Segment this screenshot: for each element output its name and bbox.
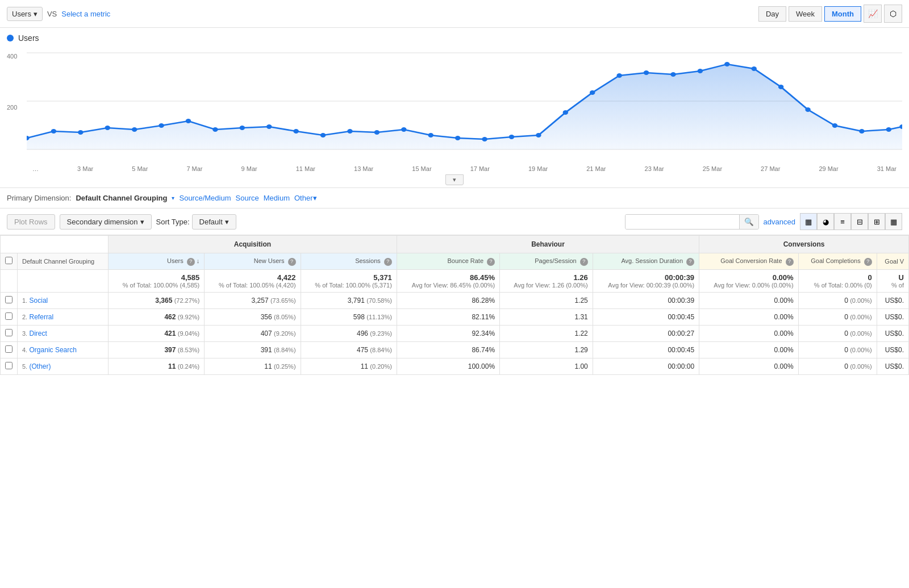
row5-goal-completions: 0 (0.00%) — [798, 358, 877, 375]
row5-bounce-rate: 100.00% — [397, 358, 499, 375]
row5-checkbox[interactable] — [1, 358, 18, 375]
other-link[interactable]: (Other) — [30, 362, 51, 370]
totals-label-cell — [18, 270, 109, 293]
row2-checkbox[interactable] — [1, 309, 18, 326]
organic-search-link[interactable]: Organic Search — [30, 346, 77, 354]
bar-view-button[interactable]: ≡ — [834, 213, 851, 230]
row3-checkbox[interactable] — [1, 326, 18, 342]
totals-checkbox-cell — [1, 270, 18, 293]
source-link[interactable]: Source — [236, 194, 259, 202]
svg-point-36 — [886, 127, 891, 132]
data-table-wrapper: Acquisition Behaviour Conversions Defaul… — [0, 235, 909, 375]
goal-conv-rate-help-icon[interactable]: ? — [786, 258, 794, 266]
totals-goal-completions-cell: 0 % of Total: 0.00% (0) — [798, 270, 877, 293]
acquisition-header: Acquisition — [109, 236, 397, 253]
pages-per-session-help-icon[interactable]: ? — [580, 258, 588, 266]
sessions-help-icon[interactable]: ? — [384, 258, 392, 266]
users-help-icon[interactable]: ? — [187, 258, 195, 266]
sort-arrow-icon: ▾ — [225, 218, 229, 226]
totals-users-cell: 4,585 % of Total: 100.00% (4,585) — [109, 270, 205, 293]
row1-checkbox[interactable] — [1, 293, 18, 309]
line-chart-button[interactable]: 📈 — [864, 5, 882, 23]
avg-session-duration-column-header: Avg. Session Duration ? — [593, 253, 699, 270]
comparison-view-button[interactable]: ⊟ — [851, 213, 868, 230]
row2-sessions: 598 (11.13%) — [301, 309, 397, 326]
totals-bounce-rate-cell: 86.45% Avg for View: 86.45% (0.00%) — [397, 270, 499, 293]
data-table: Acquisition Behaviour Conversions Defaul… — [0, 235, 909, 375]
avg-session-duration-help-icon[interactable]: ? — [686, 258, 694, 266]
y-label-400: 400 — [7, 53, 27, 60]
y-label-200: 200 — [7, 104, 27, 111]
users-legend-label: Users — [18, 34, 39, 43]
sort-type-group: Sort Type: Default ▾ — [156, 214, 236, 230]
top-left: Users ▾ VS Select a metric — [7, 7, 110, 21]
medium-link[interactable]: Medium — [264, 194, 290, 202]
svg-point-12 — [240, 126, 245, 130]
metric-label: Users — [12, 10, 31, 18]
month-button[interactable]: Month — [824, 6, 861, 22]
totals-new-users-cell: 4,422 % of Total: 100.05% (4,420) — [205, 270, 301, 293]
row3-goal-completions: 0 (0.00%) — [798, 326, 877, 342]
row3-new-users: 407 (9.20%) — [205, 326, 301, 342]
row1-goal-completions: 0 (0.00%) — [798, 293, 877, 309]
advanced-link[interactable]: advanced — [764, 218, 795, 226]
other-label: Other — [294, 194, 313, 202]
search-input[interactable] — [626, 215, 739, 229]
lifetime-view-button[interactable]: ▦ — [885, 213, 902, 230]
table-view-button[interactable]: ▦ — [800, 213, 817, 230]
row3-pages-per-session: 1.22 — [500, 326, 593, 342]
source-medium-link[interactable]: Source/Medium — [179, 194, 231, 202]
svg-point-5 — [51, 129, 56, 134]
pie-chart-button[interactable]: ⬡ — [884, 5, 902, 23]
svg-point-6 — [78, 130, 83, 135]
expand-button[interactable]: ▾ — [445, 174, 464, 185]
secondary-dim-arrow-icon: ▾ — [140, 218, 144, 226]
svg-point-8 — [132, 127, 137, 132]
pivot-view-button[interactable]: ⊞ — [868, 213, 885, 230]
svg-point-27 — [644, 70, 649, 75]
totals-goal-value-cell: U % of — [877, 270, 908, 293]
social-link[interactable]: Social — [30, 297, 48, 305]
referral-link[interactable]: Referral — [30, 313, 54, 321]
sort-type-dropdown[interactable]: Default ▾ — [192, 214, 236, 230]
conversions-header: Conversions — [699, 236, 909, 253]
week-button[interactable]: Week — [789, 6, 822, 22]
x-label-17mar: 17 Mar — [470, 165, 490, 172]
primary-dim-label: Primary Dimension: — [7, 194, 71, 202]
new-users-help-icon[interactable]: ? — [288, 258, 296, 266]
row3-goal-conv-rate: 0.00% — [699, 326, 798, 342]
metric-dropdown[interactable]: Users ▾ — [7, 7, 43, 21]
pie-view-button[interactable]: ◕ — [817, 213, 834, 230]
svg-point-31 — [751, 66, 756, 71]
chart-svg — [27, 47, 902, 155]
svg-point-29 — [698, 69, 703, 73]
select-all-checkbox[interactable] — [5, 257, 12, 264]
row1-users: 3,365 (72.27%) — [109, 293, 205, 309]
chart-container: 400 200 — [7, 47, 902, 172]
secondary-dimension-dropdown[interactable]: Secondary dimension ▾ — [60, 214, 152, 230]
select-metric-link[interactable]: Select a metric — [61, 10, 110, 18]
secondary-dimension-label: Secondary dimension — [67, 218, 138, 226]
x-label-15mar: 15 Mar — [412, 165, 431, 172]
direct-link[interactable]: Direct — [30, 330, 47, 337]
pages-per-session-column-header: Pages/Session ? — [500, 253, 593, 270]
row4-checkbox[interactable] — [1, 342, 18, 358]
top-bar: Users ▾ VS Select a metric Day Week Mont… — [0, 0, 909, 28]
chart-expand: ▾ — [7, 172, 902, 187]
day-button[interactable]: Day — [758, 6, 786, 22]
row2-avg-session-duration: 00:00:45 — [593, 309, 699, 326]
row5-goal-value: US$0. — [877, 358, 908, 375]
svg-marker-3 — [27, 64, 902, 149]
other-dropdown[interactable]: Other ▾ — [294, 194, 317, 202]
users-sort-icon[interactable]: ↓ — [197, 257, 200, 264]
row4-users: 397 (8.53%) — [109, 342, 205, 358]
plot-rows-button[interactable]: Plot Rows — [7, 214, 55, 230]
svg-point-20 — [455, 136, 460, 140]
svg-point-26 — [616, 73, 622, 78]
default-channel-grouping-link[interactable]: Default Channel Grouping — [76, 194, 167, 202]
search-button[interactable]: 🔍 — [739, 215, 758, 229]
goal-completions-help-icon[interactable]: ? — [864, 258, 872, 266]
row4-channel: 4. Organic Search — [18, 342, 109, 358]
bounce-rate-help-icon[interactable]: ? — [487, 258, 495, 266]
svg-point-16 — [347, 129, 352, 134]
